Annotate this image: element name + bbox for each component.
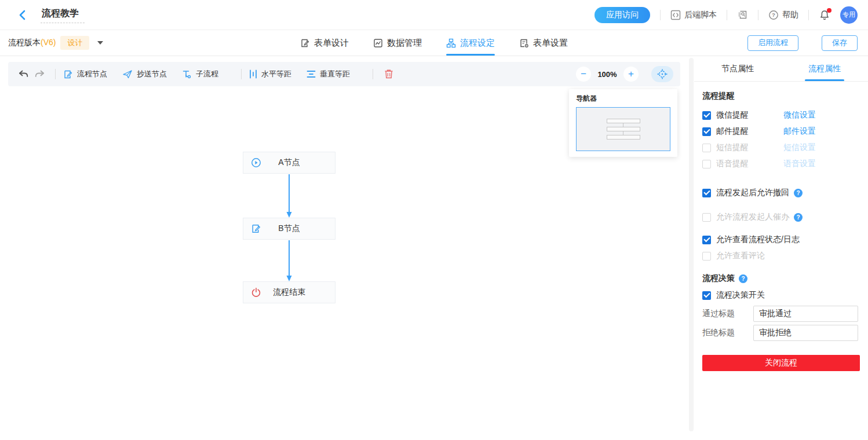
divider: [660, 10, 661, 20]
navigator-title: 导航器: [576, 94, 670, 104]
navigator-minimap[interactable]: [576, 107, 670, 151]
reminder-row-sms: 短信提醒 短信设置: [702, 140, 860, 156]
reminder-row-wechat: 微信提醒 微信设置: [702, 107, 860, 123]
app-access-button[interactable]: 应用访问: [595, 7, 650, 23]
svg-text:?: ?: [772, 12, 775, 18]
divider: [241, 69, 242, 79]
navigator-toggle-button[interactable]: [651, 66, 673, 82]
flow-canvas[interactable]: 流程节点 抄送节点 子流程 水平等距 垂直等距: [0, 56, 688, 439]
allow-withdraw-checkbox[interactable]: [702, 189, 711, 197]
option-decision-switch: 流程决策开关: [702, 289, 860, 301]
tab-form-setting[interactable]: 表单设置: [519, 30, 568, 56]
vertical-scrollbar[interactable]: [689, 58, 694, 431]
pass-title-input[interactable]: [753, 306, 858, 322]
divider: [727, 10, 727, 20]
divider: [373, 69, 373, 79]
divider: [808, 10, 809, 20]
crosshair-icon: [657, 68, 668, 80]
view-comments-checkbox[interactable]: [702, 252, 711, 261]
help-button[interactable]: ? 帮助: [768, 10, 798, 20]
power-icon: [251, 287, 261, 298]
subflow-icon: [182, 69, 192, 79]
reject-title-input[interactable]: [753, 325, 858, 341]
email-setting-link[interactable]: 邮件设置: [783, 126, 816, 137]
flow-node-icon: [63, 69, 73, 79]
back-icon[interactable]: [17, 10, 28, 20]
redo-icon[interactable]: [31, 69, 48, 79]
properties-panel: 节点属性 流程属性 流程提醒 微信提醒 微信设置 邮件提醒 邮件设置 短信提醒 …: [694, 56, 868, 439]
zoom-level: 100%: [591, 70, 623, 79]
undo-icon[interactable]: [15, 69, 31, 79]
log-button[interactable]: [737, 9, 748, 20]
form-setting-icon: [519, 38, 529, 48]
top-bar: 流程教学 应用访问 后端脚本 ? 帮助 专用: [0, 0, 868, 30]
h-space-icon: [249, 69, 257, 79]
backend-script-button[interactable]: 后端脚本: [670, 10, 717, 20]
tab-form-design[interactable]: 表单设计: [300, 30, 349, 56]
email-reminder-checkbox[interactable]: [702, 127, 711, 136]
flow-node-b[interactable]: B节点: [243, 218, 335, 240]
flow-node-end[interactable]: 流程结束: [243, 281, 335, 303]
save-button[interactable]: 保存: [822, 35, 858, 51]
zoom-in-button[interactable]: +: [623, 67, 639, 82]
version-number: (V6): [41, 38, 56, 47]
chevron-down-icon[interactable]: [97, 41, 103, 45]
help-icon[interactable]: ?: [739, 274, 747, 283]
option-allow-withdraw: 流程发起后允许撤回 ?: [702, 187, 860, 199]
reminder-row-voice: 语音提醒 语音设置: [702, 156, 860, 172]
mini-node: [607, 127, 640, 131]
v-space-icon: [307, 70, 316, 78]
main-tabs: 表单设计 数据管理 流程设定 表单设置: [300, 30, 568, 56]
decision-switch-checkbox[interactable]: [702, 291, 711, 300]
help-icon[interactable]: ?: [794, 189, 803, 197]
reminder-row-email: 邮件提醒 邮件设置: [702, 123, 860, 140]
decision-section-title: 流程决策 ?: [702, 273, 860, 284]
allow-urge-checkbox[interactable]: [702, 213, 711, 222]
horizontal-space-button[interactable]: 水平等距: [249, 69, 291, 79]
divider: [758, 10, 758, 20]
trash-icon: [384, 69, 393, 79]
tab-flow-setting[interactable]: 流程设定: [446, 30, 495, 56]
tab-data-manage[interactable]: 数据管理: [373, 30, 422, 56]
add-cc-node-button[interactable]: 抄送节点: [122, 69, 167, 79]
flow-arrow: [283, 174, 295, 218]
data-manage-icon: [373, 38, 383, 48]
voice-setting-link: 语音设置: [783, 159, 816, 169]
flow-setting-icon: [446, 38, 456, 48]
delete-node-button[interactable]: [381, 69, 397, 79]
canvas-toolbar: 流程节点 抄送节点 子流程 水平等距 垂直等距: [8, 62, 680, 86]
voice-reminder-checkbox[interactable]: [702, 160, 711, 168]
sms-reminder-checkbox[interactable]: [702, 144, 711, 152]
help-icon[interactable]: ?: [794, 213, 803, 222]
option-view-comments: 允许查看评论: [702, 250, 860, 262]
flow-arrow: [283, 240, 295, 281]
wechat-setting-link[interactable]: 微信设置: [783, 110, 816, 120]
pass-title-label: 通过标题: [702, 309, 753, 319]
reject-title-row: 拒绝标题: [702, 325, 860, 341]
sms-setting-link: 短信设置: [783, 142, 816, 153]
form-edit-icon: [251, 223, 261, 234]
close-flow-button[interactable]: 关闭流程: [702, 355, 860, 371]
notification-dot: [827, 8, 831, 13]
mini-node: [607, 135, 640, 140]
view-status-checkbox[interactable]: [702, 236, 711, 244]
sub-bar: 流程版本(V6) 设计 表单设计 数据管理 流程设定 表单设置 启用流程 保存: [0, 30, 868, 56]
notifications-button[interactable]: [819, 9, 830, 21]
page-title[interactable]: 流程教学: [41, 6, 85, 23]
vertical-space-button[interactable]: 垂直等距: [307, 69, 350, 79]
reminder-section-title: 流程提醒: [702, 90, 860, 102]
add-subflow-button[interactable]: 子流程: [182, 69, 218, 79]
navigator-panel: 导航器: [569, 89, 677, 157]
avatar[interactable]: 专用: [840, 6, 858, 24]
add-flow-node-button[interactable]: 流程节点: [63, 69, 107, 79]
tab-flow-properties[interactable]: 流程属性: [781, 56, 868, 81]
version-label: 流程版本(V6): [8, 38, 56, 48]
tab-node-properties[interactable]: 节点属性: [694, 56, 781, 81]
zoom-out-button[interactable]: −: [576, 67, 591, 82]
option-view-status: 允许查看流程状态/日志: [702, 234, 860, 245]
enable-flow-button[interactable]: 启用流程: [747, 35, 798, 51]
play-circle-icon: [251, 157, 261, 168]
wechat-reminder-checkbox[interactable]: [702, 111, 711, 120]
help-icon: ?: [768, 10, 779, 20]
flow-node-a[interactable]: A节点: [243, 152, 335, 174]
